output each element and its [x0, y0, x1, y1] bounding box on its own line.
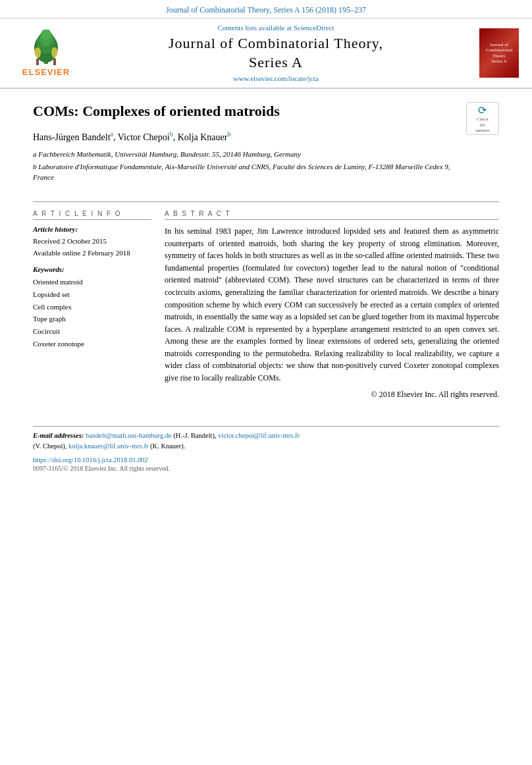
svg-rect-7 [36, 59, 39, 65]
article-info-column: A R T I C L E I N F O Article history: R… [33, 210, 151, 400]
keywords-list: Oriented matroid Lopsided set Cell compl… [33, 276, 151, 350]
keyword-5: Cocircuit [33, 325, 151, 338]
sciencedirect-link[interactable]: ScienceDirect [294, 24, 334, 32]
history-content: Received 2 October 2015 Available online… [33, 236, 151, 259]
contents-available: Contents lists available at ScienceDirec… [79, 24, 473, 32]
email1-person: (H.-J. Bandelt) [173, 432, 215, 439]
keyword-1: Oriented matroid [33, 276, 151, 288]
divider-top [33, 201, 499, 202]
email-label: E-mail addresses: [33, 432, 84, 439]
journal-banner: ELSEVIER Contents lists available at Sci… [0, 18, 532, 89]
check-updates-box: ⟳ Check for updates [466, 102, 499, 135]
email2-person: (V. Chepoi) [33, 442, 65, 450]
info-abstract-columns: A R T I C L E I N F O Article history: R… [33, 210, 499, 400]
journal-cover-area: Journal of Combinatorial Theory Series A [473, 28, 519, 78]
abstract-heading: A B S T R A C T [165, 210, 499, 220]
svg-rect-8 [53, 59, 56, 65]
keyword-4: Tope graph [33, 313, 151, 325]
keywords-label: Keywords: [33, 265, 151, 273]
article-info-heading: A R T I C L E I N F O [33, 210, 151, 220]
journal-header: Journal of Combinatorial Theory, Series … [0, 0, 532, 18]
svg-point-6 [51, 47, 58, 58]
elsevier-wordmark: ELSEVIER [22, 67, 70, 77]
received-date: Received 2 October 2015 [33, 236, 151, 248]
email3-person: (K. Knauer). [150, 442, 185, 450]
email3-link[interactable]: kolja.knauer@lif.univ-mrs.fr [68, 442, 148, 450]
abstract-column: A B S T R A C T In his seminal 1983 pape… [165, 210, 499, 400]
author2-name: , Victor Chepoi [113, 132, 170, 142]
elsevier-logo: ELSEVIER [13, 30, 79, 77]
abstract-body: In his seminal 1983 paper, Jim Lawrence … [165, 225, 499, 384]
author3-affil: b [227, 130, 230, 138]
title-row: COMs: Complexes of oriented matroids Han… [33, 102, 499, 194]
check-updates-badge: ⟳ Check for updates [466, 102, 499, 135]
history-label: Article history: [33, 225, 151, 233]
banner-center: Contents lists available at ScienceDirec… [79, 24, 473, 82]
footer-emails: E-mail addresses: bandelt@math.uni-hambu… [33, 431, 499, 453]
main-content: COMs: Complexes of oriented matroids Han… [0, 89, 532, 412]
article-title: COMs: Complexes of oriented matroids [33, 102, 460, 121]
keyword-6: Coxeter zonotope [33, 338, 151, 350]
elsevier-tree-icon [23, 30, 69, 66]
affiliation-a: a Fachbereich Mathematik, Universität Ha… [33, 149, 460, 160]
author1-name: Hans-Jürgen Bandelt [33, 132, 111, 142]
keyword-2: Lopsided set [33, 288, 151, 301]
affiliation-b: b Laboratoire d'Informatique Fondamental… [33, 161, 460, 183]
journal-cover-image: Journal of Combinatorial Theory Series A [479, 28, 519, 78]
footer-doi[interactable]: https://doi.org/10.1016/j.jcta.2018.01.0… [33, 456, 499, 463]
journal-title: Journal of Combinatorial Theory, Series … [79, 34, 473, 72]
affiliations: a Fachbereich Mathematik, Universität Ha… [33, 149, 460, 183]
journal-url[interactable]: www.elsevier.com/locate/jcta [79, 74, 473, 82]
svg-point-5 [34, 47, 41, 58]
keyword-3: Cell complex [33, 301, 151, 313]
journal-reference: Journal of Combinatorial Theory, Series … [166, 5, 366, 14]
available-date: Available online 2 February 2018 [33, 248, 151, 259]
footer-issn: 0097-3165/© 2018 Elsevier Inc. All right… [33, 465, 499, 472]
footer: E-mail addresses: bandelt@math.uni-hambu… [33, 426, 499, 473]
email1-link[interactable]: bandelt@math.uni-hamburg.de [86, 432, 172, 439]
email2-link[interactable]: victor.chepoi@lif.univ-mrs.fr [218, 432, 300, 439]
author3-name: , Kolja Knauer [173, 132, 228, 142]
authors-line: Hans-Jürgen Bandelta, Victor Chepoib, Ko… [33, 129, 460, 144]
abstract-copyright: © 2018 Elsevier Inc. All rights reserved… [165, 390, 499, 400]
